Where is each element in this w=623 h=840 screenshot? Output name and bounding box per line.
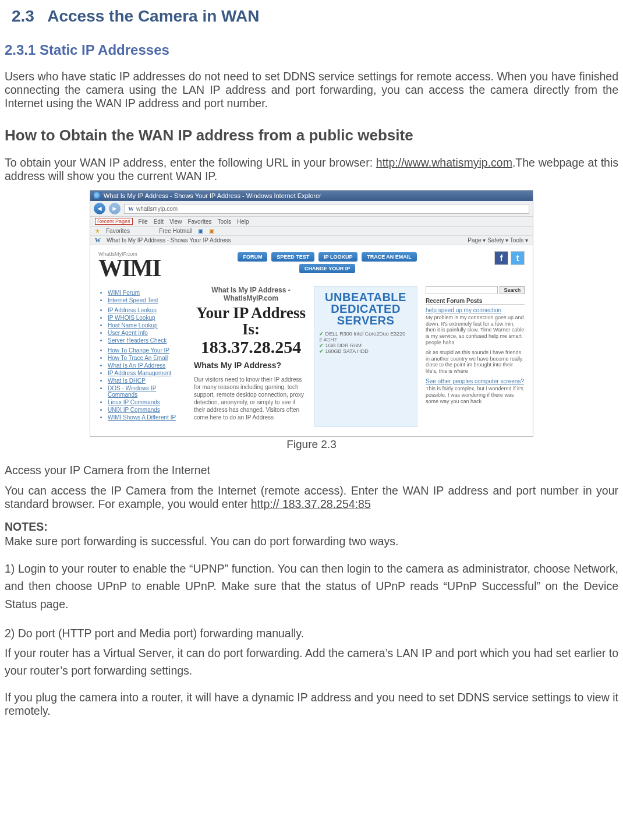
access-topic: Access your IP Camera from the Internet xyxy=(5,464,618,477)
favorites-label: Favorites xyxy=(106,228,130,234)
link-change-ip[interactable]: How To Change Your IP xyxy=(108,347,186,354)
ad-spec-1: DELL R300 Intel Core2Duo E3220 2.4GHz xyxy=(319,331,412,343)
link-dhcp[interactable]: What Is DHCP xyxy=(108,377,186,384)
ad-spec-2: 1GB DDR RAM xyxy=(319,343,412,348)
step-1: 1) Login to your router to enable the “U… xyxy=(5,560,618,613)
ad-line3: SERVERS xyxy=(319,315,412,326)
back-button[interactable]: ◄ xyxy=(94,203,105,214)
toolbar-right: Page ▾ Safety ▾ Tools ▾ xyxy=(468,237,528,243)
menu-favorites[interactable]: Favorites xyxy=(187,218,211,225)
twitter-icon[interactable]: t xyxy=(511,251,525,265)
link-ipam[interactable]: IP Address Management xyxy=(108,370,186,376)
ie-icon xyxy=(94,192,101,199)
forward-button[interactable]: ► xyxy=(109,203,121,214)
forum-post3-title[interactable]: See other peoples computer screens? xyxy=(426,378,525,384)
section-number: 2.3 xyxy=(12,7,34,25)
menu-edit[interactable]: Edit xyxy=(154,218,164,225)
forum-post1-title[interactable]: help speed up my connection xyxy=(426,307,525,313)
link-dos[interactable]: DOS - Windows IP Commands xyxy=(108,385,186,398)
link-whois[interactable]: IP WHOIS Lookup xyxy=(108,315,186,321)
link-ip-lookup[interactable]: IP Address Lookup xyxy=(108,307,186,313)
ad-line1: UNBEATABLE xyxy=(319,291,412,303)
left-links-3: How To Change Your IP How To Trace An Em… xyxy=(98,347,186,421)
nav-forum[interactable]: FORUM xyxy=(238,252,267,262)
nav-speedtest[interactable]: SPEED TEST xyxy=(271,252,314,262)
howto-heading: How to Obtain the WAN IP address from a … xyxy=(5,126,618,144)
nav-traceemail[interactable]: TRACE AN EMAIL xyxy=(362,252,417,262)
browser-screenshot: What Is My IP Address - Shows Your IP Ad… xyxy=(90,190,533,437)
subsection-heading: 2.3.1 Static IP Addresses xyxy=(5,42,618,58)
free-hotmail-link[interactable]: Free Hotmail xyxy=(159,228,192,234)
link-what-is-ip[interactable]: What Is An IP Address xyxy=(108,362,186,369)
link-trace-email[interactable]: How To Trace An Email xyxy=(108,355,186,361)
step-2b: If your router has a Virtual Server, it … xyxy=(5,644,618,679)
forum-post3-body: This is fairly complex, but i wondered i… xyxy=(426,386,525,404)
wimi-logo-block: WhatIsMyIP.com WIMI xyxy=(98,251,160,280)
search-box: Search xyxy=(426,286,525,294)
nav-button-group: FORUM SPEED TEST IP LOOKUP TRACE AN EMAI… xyxy=(236,251,417,274)
ip-desc: Our visitors need to know their IP addre… xyxy=(194,376,308,421)
link-headers[interactable]: Server Headers Check xyxy=(108,337,186,344)
menu-help[interactable]: Help xyxy=(237,218,249,225)
favorites-bar: ★ Favorites Free Hotmail ▣ ▣ xyxy=(90,227,533,236)
ad-box: UNBEATABLE DEDICATED SERVERS DELL R300 I… xyxy=(314,286,417,427)
social-links: f t xyxy=(494,251,525,265)
link-hostname[interactable]: Host Name Lookup xyxy=(108,322,186,329)
search-input[interactable] xyxy=(426,286,498,294)
notes-label: NOTES: xyxy=(5,520,618,534)
star-icon: ★ xyxy=(95,228,100,234)
figure-caption: Figure 2.3 xyxy=(5,438,618,451)
address-bar[interactable]: W whatismyip.com xyxy=(124,204,529,214)
ad-line2: DEDICATED xyxy=(319,303,412,315)
menu-file[interactable]: File xyxy=(139,218,148,225)
link-unix[interactable]: UNIX IP Commands xyxy=(108,407,186,413)
subsection-title-text: Static IP Addresses xyxy=(40,42,169,58)
tab-title[interactable]: What Is My IP Address - Shows Your IP Ad… xyxy=(107,237,231,243)
step-2a: 2) Do port (HTTP port and Media port) fo… xyxy=(5,624,618,642)
link-useragent[interactable]: User Agent Info xyxy=(108,330,186,336)
ip-sub: Whats My IP Address? xyxy=(194,361,308,370)
ad-specs: DELL R300 Intel Core2Duo E3220 2.4GHz 1G… xyxy=(319,331,412,354)
left-links-1: WIMI Forum Internet Speed Test xyxy=(98,290,186,303)
forum-post2-body: ok as stupid as this sounds i have frien… xyxy=(426,350,525,375)
ad-spec-3: 160GB SATA HDD xyxy=(319,348,412,354)
subsection-number: 2.3.1 xyxy=(5,42,36,58)
window-title: What Is My IP Address - Shows Your IP Ad… xyxy=(104,192,321,199)
wimi-brand: WIMI xyxy=(98,257,160,280)
page-headline: What Is My IP Address - WhatIsMyIP.com xyxy=(194,286,308,302)
notes-intro: Make sure port forwarding is successful.… xyxy=(5,535,618,548)
access-paragraph: You can access the IP Camera from the In… xyxy=(5,484,618,511)
access-example-url: http:// 183.37.28.254:85 xyxy=(251,497,371,510)
ip-big-title: Your IP Address Is: xyxy=(194,305,308,338)
section-title-text: Access the Camera in WAN xyxy=(47,7,259,25)
link-linux[interactable]: Linux IP Commands xyxy=(108,399,186,405)
forum-post1-body: My problem is my connection goes up and … xyxy=(426,315,525,346)
link-wimi-forum[interactable]: WIMI Forum xyxy=(108,290,186,296)
ip-block: What Is My IP Address - WhatIsMyIP.com Y… xyxy=(194,286,308,427)
whatismyip-link[interactable]: http://www.whatismyip.com xyxy=(376,156,512,169)
section-heading: 2.3 Access the Camera in WAN xyxy=(12,7,618,26)
address-row: ◄ ► W whatismyip.com xyxy=(90,201,533,217)
figure-2-3: What Is My IP Address - Shows Your IP Ad… xyxy=(5,190,618,451)
menu-tools[interactable]: Tools xyxy=(218,218,231,225)
menu-view[interactable]: View xyxy=(169,218,182,225)
left-sidebar: WIMI Forum Internet Speed Test IP Addres… xyxy=(98,286,186,427)
facebook-icon[interactable]: f xyxy=(494,251,508,265)
right-sidebar: Search Recent Forum Posts help speed up … xyxy=(426,286,525,427)
closing-paragraph: If you plug the camera into a router, it… xyxy=(5,691,618,718)
menu-bar: Recent Pages File Edit View Favorites To… xyxy=(90,217,533,227)
howto-paragraph: To obtain your WAN IP address, enter the… xyxy=(5,156,618,183)
window-titlebar: What Is My IP Address - Shows Your IP Ad… xyxy=(90,190,533,201)
howto-text-pre: To obtain your WAN IP address, enter the… xyxy=(5,156,376,169)
link-speed-test[interactable]: Internet Speed Test xyxy=(108,297,186,303)
ip-big-value: 183.37.28.254 xyxy=(194,338,308,357)
search-button[interactable]: Search xyxy=(500,286,525,294)
middle-content: What Is My IP Address - WhatIsMyIP.com Y… xyxy=(194,286,417,427)
intro-paragraph: Users who have static IP addresses do no… xyxy=(5,70,618,110)
nav-iplookup[interactable]: IP LOOKUP xyxy=(318,252,357,262)
link-different-ip[interactable]: WIMI Shows A Different IP xyxy=(108,414,186,421)
forum-title: Recent Forum Posts xyxy=(426,298,525,305)
nav-changeip[interactable]: CHANGE YOUR IP xyxy=(299,264,355,273)
webpage-content: WhatIsMyIP.com WIMI FORUM SPEED TEST IP … xyxy=(90,245,533,436)
left-links-2: IP Address Lookup IP WHOIS Lookup Host N… xyxy=(98,307,186,344)
